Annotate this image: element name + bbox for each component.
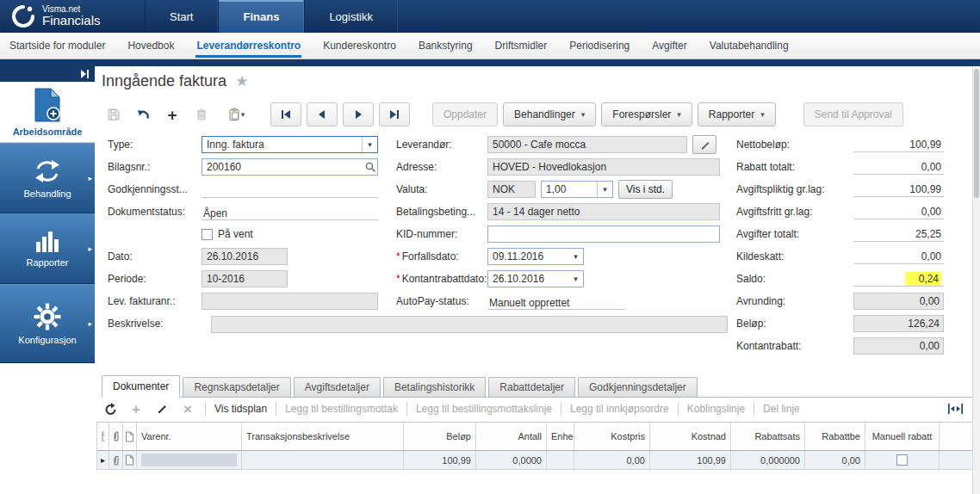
copy-paste-button[interactable]: ▾ [219,103,253,126]
module-item-driftsmidler[interactable]: Driftsmidler [494,34,549,58]
manuell-rabatt-checkbox[interactable] [896,454,908,466]
grid-refresh-button[interactable] [102,400,119,417]
periode-field[interactable]: 10-2016 [202,270,288,287]
grid-edit-row-button[interactable] [153,400,171,417]
rapporter-button[interactable]: Rapporter ▾ [698,102,776,127]
send-til-approval-button[interactable]: Send til Approval [803,102,903,127]
notes-column-header[interactable] [123,423,137,450]
col-header-kostnad[interactable]: Kostnad [650,423,731,450]
legg-til-innkjopsordre-button[interactable]: Legg til innkjøpsordre [570,403,669,415]
nav-next-button[interactable] [343,102,374,127]
nav-last-button[interactable] [379,102,410,127]
type-select[interactable]: Inng. faktura ▾ [202,136,378,153]
lev-fakturanr-field[interactable] [202,293,378,310]
fit-columns-button[interactable] [948,404,963,414]
tab-avgiftsdetaljer[interactable]: Avgiftsdetaljer [294,377,381,397]
grid-delete-row-button[interactable]: × [179,400,196,417]
module-item-periodisering[interactable]: Periodisering [568,34,630,58]
favorite-star-icon[interactable]: ★ [235,72,248,90]
koblingslinje-button[interactable]: Koblingslinje [687,403,745,415]
grid-add-row-button[interactable]: + [127,400,145,417]
top-tab-logistikk[interactable]: Logistikk [304,0,398,33]
cell-rabattsats[interactable]: 0,000000 [731,451,805,469]
cell-antall[interactable]: 0,0000 [476,451,547,469]
valuta-field[interactable]: NOK [487,181,536,198]
grid-row[interactable]: ▸ 100,99 0,0000 0,00 100,99 [97,451,973,470]
top-tab-finans[interactable]: Finans [218,0,304,33]
legg-til-bestillingsmottak-button[interactable]: Legg til bestillingsmottak [285,403,398,415]
pa-vent-checkbox[interactable] [202,229,213,240]
grid-settings-icon[interactable] [97,423,109,450]
kurs-select[interactable]: 1,00 ▾ [541,181,613,198]
col-header-rabattsats[interactable]: Rabattsats [731,423,805,450]
top-tab-start[interactable]: Start [145,0,218,33]
module-item-hovedbok[interactable]: Hovedbok [127,34,175,58]
sidebar-item-konfigurasjon[interactable]: Konfigurasjon ▸ [0,284,95,363]
col-header-transaksjonsbeskrivelse[interactable]: Transaksjonsbeskrivelse [242,423,404,450]
cell-kostpris[interactable]: 0,00 [574,451,650,469]
tab-godkjenningsdetaljer[interactable]: Godkjenningsdetaljer [578,377,698,397]
cell-rabattbelop[interactable]: 0,00 [805,451,865,469]
module-item-valutabehandling[interactable]: Valutabehandling [709,34,790,58]
tab-rabattdetaljer[interactable]: Rabattdetaljer [488,377,575,397]
behandlinger-button[interactable]: Behandlinger ▾ [503,102,596,127]
undo-button[interactable] [131,103,155,126]
row-note-cell[interactable] [123,451,137,469]
forfallsdato-select[interactable]: 09.11.2016 ▾ [487,248,584,265]
module-item-leverandorreskontro[interactable]: Leverandørreskontro [195,34,301,58]
sidebar-item-behandling[interactable]: Behandling ▸ [0,143,95,213]
tab-regnskapsdetaljer[interactable]: Regnskapsdetaljer [183,377,290,397]
kontantrabattdato-select[interactable]: 26.10.2016 ▾ [487,270,584,287]
legg-til-bestillingsmottakslinje-button[interactable]: Legg til bestillingsmottakslinje [416,403,552,415]
cell-varenr[interactable] [137,451,242,469]
col-header-antall[interactable]: Antall [476,423,547,450]
module-item-avgifter[interactable]: Avgifter [651,34,687,58]
leverandor-field[interactable]: 50000 - Cafe mocca [487,136,687,153]
row-attachment-cell[interactable] [109,451,123,469]
vertical-scrollbar[interactable] [972,66,980,494]
col-header-belop[interactable]: Beløp [404,423,476,450]
col-header-manuell-rabatt[interactable]: Manuell rabatt [865,423,940,450]
beskrivelse-field[interactable] [211,316,728,333]
nav-prev-button[interactable] [307,102,338,127]
caret-down-icon[interactable]: ▾ [597,182,612,197]
cell-belop[interactable]: 100,99 [404,451,476,469]
vis-tidsplan-button[interactable]: Vis tidsplan [214,403,267,415]
tab-betalingshistorikk[interactable]: Betalingshistorikk [383,377,486,397]
delete-record-button[interactable] [189,103,214,126]
search-icon[interactable] [363,159,377,175]
add-record-button[interactable]: + [160,103,184,126]
bilagsnr-input[interactable]: 200160 [202,158,378,176]
scrollbar-thumb[interactable] [974,69,979,198]
kid-nummer-input[interactable] [487,225,720,243]
attachments-column-header[interactable] [109,423,123,450]
col-header-varenr[interactable]: Varenr. [137,423,242,450]
cell-enhe[interactable] [547,451,574,469]
nav-first-button[interactable] [270,102,301,127]
oppdater-button[interactable]: Oppdater [432,102,498,127]
caret-down-icon[interactable]: ▾ [568,271,583,287]
vis-i-std-button[interactable]: Vis i std. [618,180,673,199]
module-item-kundereskontro[interactable]: Kundereskontro [322,34,397,58]
adresse-field[interactable]: HOVED - Hovedlokasjon [487,158,720,176]
foresporsler-button[interactable]: Forespørsler ▾ [601,102,692,127]
module-item-startside[interactable]: Startside for moduler [9,34,106,58]
del-linje-button[interactable]: Del linje [763,403,800,415]
sidebar-item-arbeidsomrade[interactable]: Arbeidsområde [0,82,95,143]
sidebar-item-rapporter[interactable]: Rapporter ▸ [0,213,95,284]
edit-leverandor-button[interactable] [692,135,716,154]
module-item-bankstyring[interactable]: Bankstyring [418,34,474,58]
sidebar-toggle-button[interactable] [0,66,95,82]
betalingsbetingelser-field[interactable]: 14 - 14 dager netto [487,203,720,220]
col-header-rabattbe[interactable]: Rabattbe [805,423,865,450]
cell-kostnad[interactable]: 100,99 [650,451,731,469]
caret-down-icon[interactable]: ▾ [362,137,377,152]
col-header-kostpris[interactable]: Kostpris [574,423,650,450]
brand[interactable]: Visma.net Financials [0,0,145,33]
col-header-enhe[interactable]: Enhe [547,423,574,450]
caret-down-icon[interactable]: ▾ [568,249,583,264]
save-button[interactable] [102,103,126,126]
tab-dokumenter[interactable]: Dokumenter [102,375,180,398]
cell-beskrivelse[interactable] [242,451,404,469]
dato-field[interactable]: 26.10.2016 [202,248,288,265]
